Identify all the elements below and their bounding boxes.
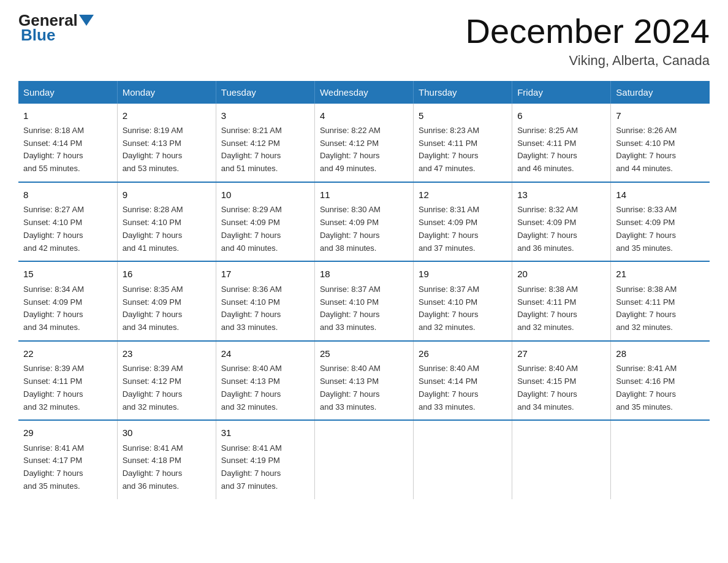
- calendar-cell: 2Sunrise: 8:19 AMSunset: 4:13 PMDaylight…: [117, 104, 216, 182]
- day-number: 29: [23, 426, 112, 440]
- week-row-3: 15Sunrise: 8:34 AMSunset: 4:09 PMDayligh…: [18, 261, 710, 340]
- day-number: 10: [221, 188, 309, 202]
- day-number: 7: [616, 109, 705, 123]
- day-info: Sunrise: 8:29 AMSunset: 4:09 PMDaylight:…: [221, 204, 309, 255]
- logo-triangle-icon: [79, 15, 94, 26]
- calendar-cell: 12Sunrise: 8:31 AMSunset: 4:09 PMDayligh…: [414, 182, 512, 261]
- day-number: 9: [123, 188, 211, 202]
- day-number: 20: [517, 267, 605, 281]
- calendar-cell: 7Sunrise: 8:26 AMSunset: 4:10 PMDaylight…: [611, 104, 710, 182]
- day-number: 11: [320, 188, 408, 202]
- day-number: 1: [23, 109, 112, 123]
- calendar-cell: 20Sunrise: 8:38 AMSunset: 4:11 PMDayligh…: [512, 261, 611, 340]
- day-number: 5: [419, 109, 507, 123]
- calendar-cell: 13Sunrise: 8:32 AMSunset: 4:09 PMDayligh…: [512, 182, 611, 261]
- day-info: Sunrise: 8:37 AMSunset: 4:10 PMDaylight:…: [419, 283, 507, 334]
- calendar-header-row: SundayMondayTuesdayWednesdayThursdayFrid…: [18, 81, 710, 104]
- day-number: 4: [320, 109, 408, 123]
- day-number: 17: [221, 267, 309, 281]
- day-info: Sunrise: 8:34 AMSunset: 4:09 PMDaylight:…: [23, 283, 112, 334]
- calendar-cell: 9Sunrise: 8:28 AMSunset: 4:10 PMDaylight…: [117, 182, 216, 261]
- calendar-cell: [611, 420, 710, 499]
- calendar-cell: 24Sunrise: 8:40 AMSunset: 4:13 PMDayligh…: [216, 341, 314, 420]
- day-info: Sunrise: 8:30 AMSunset: 4:09 PMDaylight:…: [320, 204, 408, 255]
- calendar-cell: [314, 420, 413, 499]
- day-number: 28: [616, 347, 705, 361]
- calendar-cell: 15Sunrise: 8:34 AMSunset: 4:09 PMDayligh…: [18, 261, 117, 340]
- calendar-cell: 23Sunrise: 8:39 AMSunset: 4:12 PMDayligh…: [117, 341, 216, 420]
- day-number: 14: [616, 188, 705, 202]
- day-info: Sunrise: 8:36 AMSunset: 4:10 PMDaylight:…: [221, 283, 309, 334]
- day-number: 27: [517, 347, 605, 361]
- day-number: 16: [123, 267, 211, 281]
- calendar-cell: 25Sunrise: 8:40 AMSunset: 4:13 PMDayligh…: [314, 341, 413, 420]
- day-info: Sunrise: 8:26 AMSunset: 4:10 PMDaylight:…: [616, 124, 705, 175]
- day-info: Sunrise: 8:18 AMSunset: 4:14 PMDaylight:…: [23, 124, 112, 175]
- week-row-5: 29Sunrise: 8:41 AMSunset: 4:17 PMDayligh…: [18, 420, 710, 499]
- calendar-cell: 1Sunrise: 8:18 AMSunset: 4:14 PMDaylight…: [18, 104, 117, 182]
- calendar-cell: 27Sunrise: 8:40 AMSunset: 4:15 PMDayligh…: [512, 341, 611, 420]
- day-info: Sunrise: 8:28 AMSunset: 4:10 PMDaylight:…: [123, 204, 211, 255]
- week-row-1: 1Sunrise: 8:18 AMSunset: 4:14 PMDaylight…: [18, 104, 710, 182]
- header-tuesday: Tuesday: [216, 81, 314, 104]
- location-subtitle: Viking, Alberta, Canada: [466, 53, 710, 69]
- day-number: 23: [123, 347, 211, 361]
- logo: General Blue: [18, 12, 95, 45]
- calendar-cell: 4Sunrise: 8:22 AMSunset: 4:12 PMDaylight…: [314, 104, 413, 182]
- day-number: 19: [419, 267, 507, 281]
- day-info: Sunrise: 8:19 AMSunset: 4:13 PMDaylight:…: [123, 124, 211, 175]
- day-number: 15: [23, 267, 112, 281]
- day-info: Sunrise: 8:27 AMSunset: 4:10 PMDaylight:…: [23, 204, 112, 255]
- week-row-2: 8Sunrise: 8:27 AMSunset: 4:10 PMDaylight…: [18, 182, 710, 261]
- day-number: 31: [221, 426, 309, 440]
- calendar-cell: 31Sunrise: 8:41 AMSunset: 4:19 PMDayligh…: [216, 420, 314, 499]
- day-info: Sunrise: 8:40 AMSunset: 4:15 PMDaylight:…: [517, 362, 605, 413]
- calendar-cell: 5Sunrise: 8:23 AMSunset: 4:11 PMDaylight…: [414, 104, 512, 182]
- calendar-cell: 10Sunrise: 8:29 AMSunset: 4:09 PMDayligh…: [216, 182, 314, 261]
- calendar-cell: 14Sunrise: 8:33 AMSunset: 4:09 PMDayligh…: [611, 182, 710, 261]
- day-info: Sunrise: 8:37 AMSunset: 4:10 PMDaylight:…: [320, 283, 408, 334]
- calendar-cell: 30Sunrise: 8:41 AMSunset: 4:18 PMDayligh…: [117, 420, 216, 499]
- calendar-cell: [512, 420, 611, 499]
- header-monday: Monday: [117, 81, 216, 104]
- day-number: 2: [123, 109, 211, 123]
- calendar-cell: 3Sunrise: 8:21 AMSunset: 4:12 PMDaylight…: [216, 104, 314, 182]
- day-number: 6: [517, 109, 605, 123]
- day-info: Sunrise: 8:22 AMSunset: 4:12 PMDaylight:…: [320, 124, 408, 175]
- day-number: 26: [419, 347, 507, 361]
- calendar-cell: 26Sunrise: 8:40 AMSunset: 4:14 PMDayligh…: [414, 341, 512, 420]
- day-info: Sunrise: 8:40 AMSunset: 4:13 PMDaylight:…: [221, 362, 309, 413]
- calendar-cell: 22Sunrise: 8:39 AMSunset: 4:11 PMDayligh…: [18, 341, 117, 420]
- day-info: Sunrise: 8:21 AMSunset: 4:12 PMDaylight:…: [221, 124, 309, 175]
- day-info: Sunrise: 8:39 AMSunset: 4:12 PMDaylight:…: [123, 362, 211, 413]
- calendar-cell: 18Sunrise: 8:37 AMSunset: 4:10 PMDayligh…: [314, 261, 413, 340]
- day-info: Sunrise: 8:38 AMSunset: 4:11 PMDaylight:…: [616, 283, 705, 334]
- header-wednesday: Wednesday: [314, 81, 413, 104]
- header-sunday: Sunday: [18, 81, 117, 104]
- day-number: 30: [123, 426, 211, 440]
- calendar-cell: 6Sunrise: 8:25 AMSunset: 4:11 PMDaylight…: [512, 104, 611, 182]
- calendar-cell: 19Sunrise: 8:37 AMSunset: 4:10 PMDayligh…: [414, 261, 512, 340]
- day-number: 8: [23, 188, 112, 202]
- day-info: Sunrise: 8:35 AMSunset: 4:09 PMDaylight:…: [123, 283, 211, 334]
- day-info: Sunrise: 8:41 AMSunset: 4:18 PMDaylight:…: [123, 442, 211, 493]
- calendar-cell: 29Sunrise: 8:41 AMSunset: 4:17 PMDayligh…: [18, 420, 117, 499]
- logo-blue-text: Blue: [21, 26, 55, 44]
- day-info: Sunrise: 8:25 AMSunset: 4:11 PMDaylight:…: [517, 124, 605, 175]
- calendar-cell: 11Sunrise: 8:30 AMSunset: 4:09 PMDayligh…: [314, 182, 413, 261]
- header-saturday: Saturday: [611, 81, 710, 104]
- day-info: Sunrise: 8:39 AMSunset: 4:11 PMDaylight:…: [23, 362, 112, 413]
- day-number: 18: [320, 267, 408, 281]
- day-number: 24: [221, 347, 309, 361]
- day-number: 25: [320, 347, 408, 361]
- day-info: Sunrise: 8:32 AMSunset: 4:09 PMDaylight:…: [517, 204, 605, 255]
- calendar-cell: 21Sunrise: 8:38 AMSunset: 4:11 PMDayligh…: [611, 261, 710, 340]
- calendar-cell: 8Sunrise: 8:27 AMSunset: 4:10 PMDaylight…: [18, 182, 117, 261]
- day-info: Sunrise: 8:40 AMSunset: 4:14 PMDaylight:…: [419, 362, 507, 413]
- day-number: 12: [419, 188, 507, 202]
- day-info: Sunrise: 8:41 AMSunset: 4:17 PMDaylight:…: [23, 442, 112, 493]
- page-header: General Blue December 2024 Viking, Alber…: [18, 12, 710, 69]
- day-info: Sunrise: 8:31 AMSunset: 4:09 PMDaylight:…: [419, 204, 507, 255]
- day-info: Sunrise: 8:40 AMSunset: 4:13 PMDaylight:…: [320, 362, 408, 413]
- calendar-table: SundayMondayTuesdayWednesdayThursdayFrid…: [18, 81, 710, 499]
